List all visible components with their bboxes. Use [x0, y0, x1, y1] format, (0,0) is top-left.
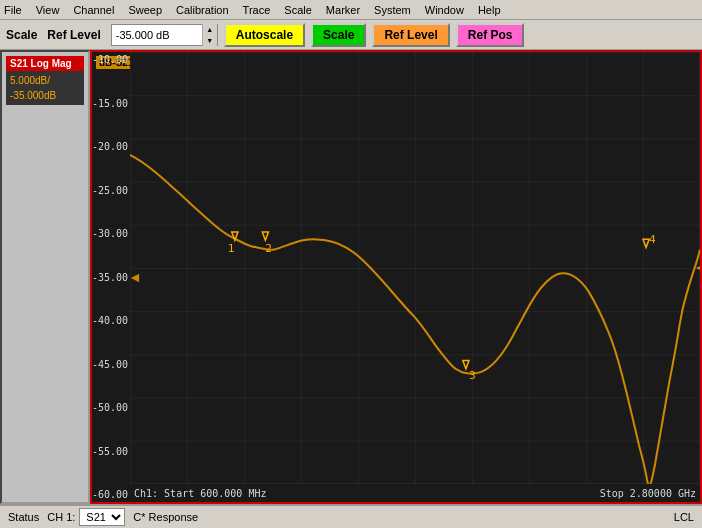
menu-view[interactable]: View: [36, 4, 60, 16]
y-label-1: -15.00: [92, 98, 130, 109]
toolbar: Scale Ref Level ▲ ▼ Autoscale Scale Ref …: [0, 20, 702, 50]
x-stop-label: Stop 2.80000 GHz: [600, 488, 696, 499]
menu-trace[interactable]: Trace: [243, 4, 271, 16]
y-label-8: -50.00: [92, 402, 130, 413]
y-label-10: -60.00: [92, 489, 130, 500]
svg-text:4: 4: [649, 233, 656, 246]
autoscale-button[interactable]: Autoscale: [224, 23, 305, 47]
menu-scale[interactable]: Scale: [284, 4, 312, 16]
y-label-0: -10.00: [92, 54, 130, 65]
scale-per-div: 5.000dB/: [10, 73, 80, 88]
chart-container: dB-S21 Mkr 1: 880.000000 MHz -29.12 dB M…: [90, 50, 702, 504]
left-panel: S21 Log Mag 5.000dB/ -35.000dB: [0, 50, 90, 504]
ch1-label: CH 1:: [47, 511, 75, 523]
svg-text:2: 2: [265, 241, 272, 254]
statusbar: Status CH 1: S21 C* Response LCL: [0, 504, 702, 528]
ch1-segment: CH 1: S21: [47, 508, 125, 526]
menubar: File View Channel Sweep Calibration Trac…: [0, 0, 702, 20]
y-label-4: -30.00: [92, 228, 130, 239]
x-start-label: Ch1: Start 600.000 MHz: [134, 488, 266, 499]
svg-text:1: 1: [228, 241, 235, 254]
menu-channel[interactable]: Channel: [73, 4, 114, 16]
chart-inner: 1 2 3 4: [130, 52, 700, 484]
ref-level-input-wrap: ▲ ▼: [111, 24, 218, 46]
channel-detail: 5.000dB/ -35.000dB: [6, 71, 84, 105]
channel-name: S21 Log Mag: [6, 56, 84, 71]
x-axis: Ch1: Start 600.000 MHz Stop 2.80000 GHz: [130, 484, 700, 502]
y-label-3: -25.00: [92, 185, 130, 196]
trace-select[interactable]: S21: [79, 508, 125, 526]
ref-level-input[interactable]: [112, 25, 202, 45]
main-area: S21 Log Mag 5.000dB/ -35.000dB dB-S21 Mk…: [0, 50, 702, 504]
y-label-6: -40.00: [92, 315, 130, 326]
scale-label: Scale: [6, 28, 37, 42]
spinner-up[interactable]: ▲: [203, 24, 217, 35]
y-label-2: -20.00: [92, 141, 130, 152]
menu-help[interactable]: Help: [478, 4, 501, 16]
menu-system[interactable]: System: [374, 4, 411, 16]
ref-level-display: -35.000dB: [10, 88, 80, 103]
svg-rect-1: [130, 52, 700, 484]
ref-pos-button[interactable]: Ref Pos: [456, 23, 525, 47]
ref-level-button[interactable]: Ref Level: [372, 23, 449, 47]
y-label-9: -55.00: [92, 446, 130, 457]
y-label-5: -35.00: [92, 272, 130, 283]
spinner-down[interactable]: ▼: [203, 35, 217, 46]
y-label-7: -45.00: [92, 359, 130, 370]
ref-level-left-arrow: ◄: [128, 269, 142, 285]
menu-file[interactable]: File: [4, 4, 22, 16]
menu-marker[interactable]: Marker: [326, 4, 360, 16]
ref-level-spinner: ▲ ▼: [202, 24, 217, 46]
scale-button[interactable]: Scale: [311, 23, 366, 47]
chart-svg: 1 2 3 4: [130, 52, 700, 484]
y-axis: -10.00 -15.00 -20.00 -25.00 -30.00 -35.0…: [92, 52, 130, 502]
lcl-label: LCL: [674, 511, 694, 523]
ref-level-label: Ref Level: [47, 28, 100, 42]
menu-calibration[interactable]: Calibration: [176, 4, 229, 16]
menu-sweep[interactable]: Sweep: [128, 4, 162, 16]
menu-window[interactable]: Window: [425, 4, 464, 16]
response-label: C* Response: [133, 511, 198, 523]
svg-text:3: 3: [469, 369, 476, 382]
status-text: Status: [8, 511, 39, 523]
